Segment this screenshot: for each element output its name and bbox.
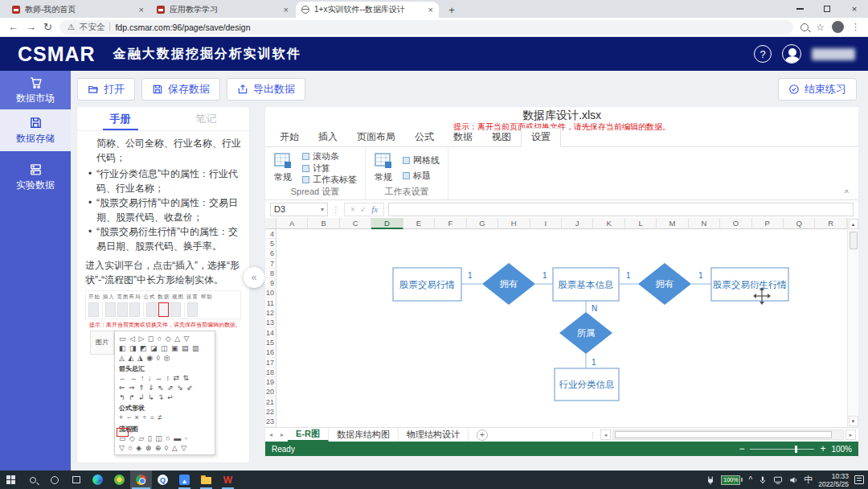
ribbon-tab[interactable]: 页面布局 bbox=[347, 129, 405, 146]
ribbon-check-item[interactable]: 标题 bbox=[403, 171, 440, 182]
ribbon-check-item[interactable]: 工作表标签 bbox=[302, 175, 357, 186]
start-button[interactable] bbox=[0, 471, 22, 489]
scrollbar-thumb[interactable] bbox=[615, 431, 832, 438]
browser-360-button[interactable] bbox=[108, 471, 130, 489]
tab-close-icon[interactable]: × bbox=[428, 5, 433, 14]
column-header[interactable]: J bbox=[562, 218, 593, 229]
bookmark-star-icon[interactable]: ☆ bbox=[816, 22, 825, 33]
column-header[interactable]: Q bbox=[784, 218, 815, 229]
scrollbar-track[interactable] bbox=[612, 429, 844, 440]
browser-tab[interactable]: 应用教学学习 × bbox=[151, 2, 294, 18]
ribbon-tab[interactable]: 公式 bbox=[405, 129, 444, 146]
action-center-icon[interactable] bbox=[854, 475, 864, 484]
clock[interactable]: 10:332022/5/25 bbox=[818, 472, 849, 488]
row-header[interactable]: 15 bbox=[265, 338, 276, 347]
ribbon-check-item[interactable]: 网格线 bbox=[403, 154, 440, 166]
row-header[interactable]: 21 bbox=[265, 397, 276, 407]
ime-indicator[interactable]: 中 bbox=[804, 474, 813, 486]
row-header[interactable]: 10 bbox=[265, 289, 276, 298]
add-sheet-button[interactable]: + bbox=[477, 429, 488, 441]
er-entity-industry-class-info[interactable]: 行业分类信息 bbox=[555, 368, 619, 401]
tab-manual[interactable]: 手册 bbox=[77, 107, 163, 130]
ribbon-tab[interactable]: 插入 bbox=[309, 129, 347, 146]
scroll-down-icon[interactable]: ▾ bbox=[849, 416, 858, 426]
sheet-tab[interactable]: E-R图 bbox=[288, 428, 329, 442]
er-relation-own-1[interactable]: 拥有 bbox=[482, 263, 535, 305]
sidebar-item-data-market[interactable]: 数据市场 bbox=[0, 71, 71, 109]
ribbon-tab[interactable]: 开始 bbox=[270, 129, 309, 146]
er-relation-belong[interactable]: 所属 bbox=[559, 312, 612, 354]
tab-notes[interactable]: 笔记 bbox=[163, 107, 249, 130]
row-header[interactable]: 18 bbox=[265, 368, 276, 377]
sheet-canvas[interactable]: 1111N1股票交易行情股票基本信息股票交易衍生行情行业分类信息拥有拥有所属 bbox=[276, 229, 847, 427]
microphone-icon[interactable] bbox=[758, 475, 768, 485]
column-header[interactable]: P bbox=[752, 218, 784, 229]
vertical-scrollbar[interactable]: ▴ ▾ bbox=[847, 218, 858, 427]
browser-profile-avatar[interactable] bbox=[832, 21, 844, 33]
cortana-button[interactable] bbox=[43, 471, 65, 489]
column-header[interactable]: R bbox=[815, 218, 846, 229]
confirm-formula-icon[interactable]: ✓ bbox=[360, 205, 366, 214]
scroll-left-icon[interactable]: ◂ bbox=[600, 429, 611, 440]
column-header[interactable]: I bbox=[530, 218, 562, 229]
row-header[interactable]: 13 bbox=[265, 318, 276, 328]
zoom-slider-thumb[interactable] bbox=[795, 446, 797, 453]
export-data-button[interactable]: 导出数据 bbox=[227, 78, 305, 101]
task-view-button[interactable] bbox=[65, 471, 87, 489]
zoom-in-icon[interactable]: + bbox=[820, 443, 825, 454]
sheet-tab[interactable]: 物理结构设计 bbox=[399, 428, 469, 442]
sheet-tab[interactable]: 数据库结构图 bbox=[329, 428, 399, 442]
row-header[interactable]: 20 bbox=[265, 388, 276, 397]
battery-indicator[interactable]: 100% bbox=[721, 475, 743, 485]
row-header[interactable]: 14 bbox=[265, 328, 276, 338]
ribbon-tab[interactable]: 数据 bbox=[444, 129, 482, 146]
browser-menu-icon[interactable]: ⋮ bbox=[851, 22, 860, 32]
open-button[interactable]: 打开 bbox=[77, 78, 135, 101]
row-header[interactable]: 4 bbox=[265, 229, 276, 239]
close-button[interactable]: × bbox=[841, 0, 868, 18]
er-relation-own-2[interactable]: 拥有 bbox=[638, 263, 691, 305]
column-header[interactable]: F bbox=[435, 218, 466, 229]
docs-app-button[interactable]: ▲ bbox=[174, 471, 195, 489]
help-icon[interactable]: ? bbox=[754, 45, 772, 63]
column-header[interactable]: C bbox=[340, 218, 371, 229]
column-header[interactable]: A bbox=[276, 218, 308, 229]
cancel-formula-icon[interactable]: × bbox=[350, 205, 355, 214]
row-header[interactable]: 9 bbox=[265, 278, 276, 288]
wps-button[interactable]: W bbox=[217, 471, 239, 489]
select-all-corner[interactable] bbox=[265, 218, 276, 229]
column-header[interactable]: E bbox=[403, 218, 435, 229]
scroll-up-icon[interactable]: ▴ bbox=[849, 219, 858, 229]
row-header[interactable]: 8 bbox=[265, 269, 276, 278]
hidden-icons-chevron[interactable]: ^ bbox=[748, 475, 752, 484]
minimize-button[interactable] bbox=[786, 0, 813, 18]
forward-icon[interactable]: → bbox=[26, 21, 36, 33]
zoom-icon[interactable] bbox=[800, 23, 809, 31]
column-header[interactable]: D bbox=[371, 218, 403, 229]
row-header[interactable]: 11 bbox=[265, 298, 276, 308]
column-header[interactable]: K bbox=[593, 218, 624, 229]
column-header[interactable]: B bbox=[308, 218, 339, 229]
manual-content[interactable]: 简称、公司全称、行业名称、行业代码； “行业分类信息”中的属性：行业代码、行业名… bbox=[77, 131, 249, 462]
scrollbar-thumb[interactable] bbox=[850, 232, 858, 249]
tab-close-icon[interactable]: × bbox=[284, 5, 289, 14]
column-header[interactable]: N bbox=[689, 218, 720, 229]
general-settings-button[interactable]: 常规 bbox=[374, 150, 393, 186]
collapse-panel-button[interactable]: « bbox=[244, 267, 264, 288]
taskbar-search-button[interactable] bbox=[22, 471, 43, 489]
ribbon-collapse-icon[interactable]: ^ bbox=[845, 188, 849, 198]
maximize-button[interactable] bbox=[813, 0, 841, 18]
q-browser-button[interactable]: Q bbox=[152, 471, 174, 489]
column-header[interactable]: H bbox=[498, 218, 530, 229]
file-explorer-button[interactable] bbox=[195, 471, 217, 489]
network-icon[interactable] bbox=[773, 475, 783, 485]
horizontal-scrollbar[interactable]: ⋮ ◂ ▸ bbox=[589, 429, 858, 440]
tab-close-icon[interactable]: × bbox=[139, 5, 144, 14]
row-header[interactable]: 19 bbox=[265, 377, 276, 387]
zoom-slider[interactable] bbox=[750, 449, 814, 450]
edge-button[interactable] bbox=[87, 471, 108, 489]
er-entity-stock-basic-info[interactable]: 股票基本信息 bbox=[553, 268, 619, 301]
save-data-button[interactable]: 保存数据 bbox=[141, 78, 220, 101]
ribbon-tab[interactable]: 设置 bbox=[521, 128, 561, 147]
row-header[interactable]: 7 bbox=[265, 259, 276, 269]
